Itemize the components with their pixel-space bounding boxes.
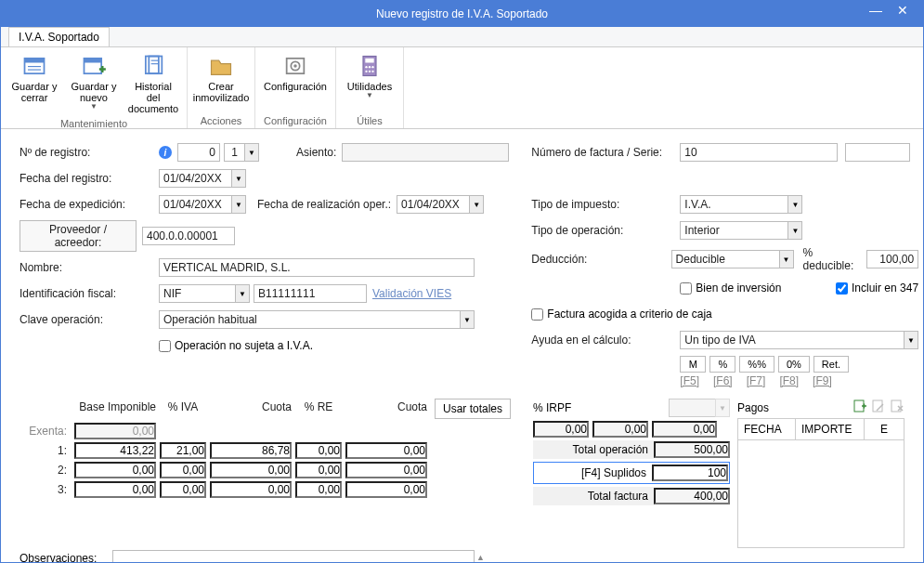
ayuda-select[interactable] [680, 331, 904, 349]
validacion-vies-link[interactable]: Validación VIES [372, 287, 451, 300]
chevron-down-icon[interactable]: ▼ [244, 143, 259, 162]
chevron-down-icon[interactable]: ▼ [460, 310, 475, 329]
observaciones-label: Observaciones: [20, 550, 112, 563]
num-registro-input[interactable] [177, 143, 220, 162]
close-button[interactable]: ✕ [890, 1, 916, 20]
fecha-expedicion-input[interactable] [159, 195, 231, 214]
hint-f6: [F6] [713, 374, 733, 387]
num-registro-serie[interactable] [224, 143, 244, 162]
proveedor-input[interactable] [142, 227, 235, 245]
historial-button[interactable]: Historial del documento [125, 51, 181, 116]
utilidades-button[interactable]: Utilidades ▼ [342, 51, 397, 102]
bien-inversion-label: Bien de inversión [696, 282, 781, 295]
r1-cuota[interactable] [210, 442, 292, 459]
deduccion-select[interactable] [671, 250, 779, 268]
tipo-impuesto-select[interactable] [680, 195, 787, 214]
chevron-down-icon[interactable]: ▼ [231, 195, 246, 214]
r1-cuota2[interactable] [345, 442, 427, 459]
id-fiscal-tipo[interactable] [159, 284, 235, 303]
titlebar: Nuevo registro de I.V.A. Soportado — ✕ [1, 1, 923, 27]
irpf-type-select[interactable] [669, 399, 715, 417]
usar-totales-button[interactable]: Usar totales [435, 399, 511, 419]
guardar-cerrar-button[interactable]: Guardar y cerrar [7, 51, 62, 116]
calc-m-button[interactable]: M [680, 356, 706, 373]
calc-pctpct-button[interactable]: %% [739, 356, 774, 373]
save-new-icon [81, 53, 107, 79]
r3-cuota[interactable] [210, 481, 292, 498]
r2-re[interactable] [295, 462, 342, 478]
ribbon-group-acciones: Crear inmovilizado Acciones [188, 47, 255, 128]
col-cuota2: Cuota [345, 399, 427, 419]
bien-inversion-checkbox[interactable] [680, 282, 692, 295]
chevron-down-icon[interactable]: ▼ [469, 195, 484, 214]
pago-edit-icon[interactable] [871, 399, 886, 416]
exenta-base [74, 423, 156, 439]
calc-ret-button[interactable]: Ret. [813, 356, 849, 373]
chevron-down-icon[interactable]: ▼ [779, 250, 794, 268]
pagos-table[interactable]: FECHA IMPORTE E [737, 418, 904, 548]
id-fiscal-input[interactable] [254, 284, 367, 303]
fecha-realizacion-label: Fecha de realización oper.: [257, 198, 391, 211]
calc-zero-button[interactable]: 0% [778, 356, 810, 373]
info-icon[interactable]: i [159, 146, 172, 159]
factura-acogida-label: Factura acogida a criterio de caja [547, 308, 711, 321]
pct-deducible-label: % deducible: [803, 246, 864, 272]
minimize-button[interactable]: — [862, 1, 890, 20]
chevron-down-icon[interactable]: ▼ [235, 284, 250, 303]
observaciones-input[interactable] [112, 550, 475, 563]
col-iva: % IVA [160, 399, 206, 419]
calc-pct-button[interactable]: % [709, 356, 735, 373]
chevron-down-icon[interactable]: ▼ [787, 221, 802, 240]
r1-base[interactable] [74, 442, 156, 459]
r2-cuota2[interactable] [345, 462, 427, 478]
col-cuota: Cuota [210, 399, 292, 419]
history-icon [140, 53, 166, 79]
fecha-registro-input[interactable] [159, 169, 231, 188]
incluir-347-label: Incluir en 347 [852, 282, 918, 295]
suplidos-input[interactable] [652, 465, 728, 481]
proveedor-button[interactable]: Proveedor / acreedor: [20, 220, 137, 252]
pago-delete-icon[interactable] [890, 399, 904, 416]
col-base: Base Imponible [74, 399, 156, 419]
ribbon-group-configuracion: Configuración Configuración [255, 47, 336, 128]
r3-base[interactable] [74, 481, 156, 498]
r2-base[interactable] [74, 462, 156, 478]
guardar-nuevo-button[interactable]: Guardar y nuevo ▼ [66, 51, 122, 116]
configuracion-button[interactable]: Configuración [261, 51, 330, 94]
svg-rect-3 [28, 70, 41, 71]
r2-iva[interactable] [160, 462, 206, 478]
num-factura-input[interactable] [680, 143, 838, 162]
total-operacion-value [654, 441, 730, 458]
r1-iva[interactable] [160, 442, 206, 459]
clave-operacion-select[interactable] [159, 310, 460, 329]
crear-inmovilizado-button[interactable]: Crear inmovilizado [193, 51, 249, 105]
scroll-up-icon[interactable]: ▲ [476, 550, 485, 563]
nombre-input[interactable] [159, 258, 475, 277]
pct-deducible-input[interactable] [866, 250, 918, 268]
chevron-down-icon[interactable]: ▼ [715, 399, 730, 417]
tab-iva-soportado[interactable]: I.V.A. Soportado [8, 27, 110, 46]
svg-point-20 [371, 71, 373, 72]
chevron-down-icon[interactable]: ▼ [787, 195, 802, 214]
form-right-column: Número de factura / Serie: Tipo de impue… [531, 142, 918, 393]
chevron-down-icon[interactable]: ▼ [231, 169, 246, 188]
no-sujeta-label: Operación no sujeta a I.V.A. [175, 339, 313, 352]
svg-point-15 [365, 66, 367, 68]
fecha-realizacion-input[interactable] [397, 195, 469, 214]
r3-iva[interactable] [160, 481, 206, 498]
row1-label: 1: [20, 444, 71, 457]
chevron-down-icon[interactable]: ▼ [904, 331, 918, 349]
tipo-operacion-select[interactable] [680, 221, 787, 240]
r3-cuota2[interactable] [345, 481, 427, 498]
ayuda-label: Ayuda en el cálculo: [531, 334, 680, 347]
r2-cuota[interactable] [210, 462, 292, 478]
pago-add-icon[interactable] [852, 399, 867, 416]
incluir-347-checkbox[interactable] [836, 282, 848, 295]
num-factura-serie-input[interactable] [845, 143, 910, 162]
no-sujeta-checkbox[interactable] [159, 340, 171, 352]
r3-re[interactable] [295, 481, 342, 498]
col-re: % RE [295, 399, 342, 419]
tipo-impuesto-label: Tipo de impuesto: [531, 198, 680, 211]
factura-acogida-checkbox[interactable] [531, 308, 543, 321]
r1-re[interactable] [295, 442, 342, 459]
